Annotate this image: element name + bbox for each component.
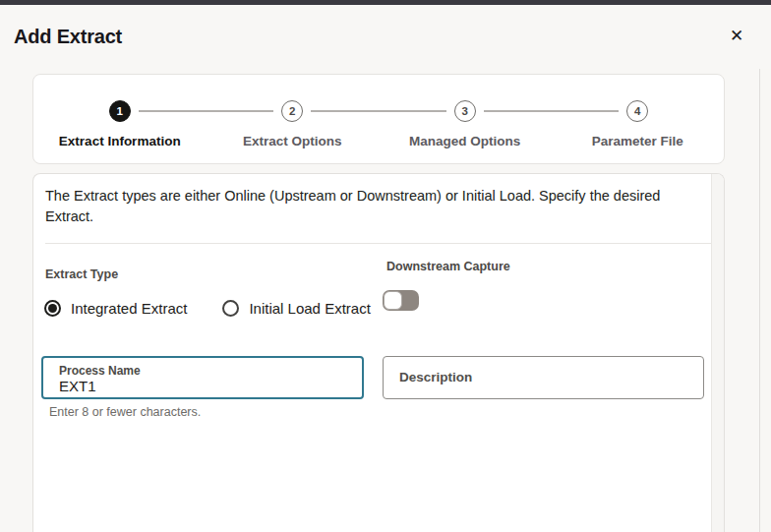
- step-extract-information[interactable]: 1 Extract Information: [33, 75, 207, 163]
- radio-integrated-extract-label: Integrated Extract: [71, 300, 187, 317]
- radio-initial-load-extract-label: Initial Load Extract: [249, 300, 370, 317]
- radio-integrated-extract[interactable]: Integrated Extract: [44, 300, 187, 317]
- close-button[interactable]: ✕: [722, 22, 751, 51]
- downstream-capture-label: Downstream Capture: [383, 260, 716, 273]
- step-2-badge: 2: [281, 100, 303, 122]
- process-name-value: EXT1: [59, 378, 96, 394]
- wizard-content-panel: The Extract types are either Online (Ups…: [32, 173, 725, 532]
- radio-initial-load-extract[interactable]: Initial Load Extract: [222, 300, 370, 317]
- process-name-label: Process Name: [59, 364, 141, 378]
- process-name-helper-text: Enter 8 or fewer characters.: [49, 405, 383, 419]
- close-icon: ✕: [730, 27, 743, 45]
- description-placeholder: Description: [384, 357, 703, 398]
- description-field[interactable]: Description: [383, 356, 704, 399]
- step-managed-options[interactable]: 3 Managed Options: [379, 75, 552, 163]
- scrollbar[interactable]: [711, 174, 724, 532]
- page-title: Add Extract: [14, 26, 122, 48]
- radio-selected-icon: [44, 300, 61, 317]
- intro-text: The Extract types are either Online (Ups…: [45, 186, 690, 227]
- step-4-badge: 4: [626, 100, 648, 122]
- dialog-header: Add Extract ✕: [0, 5, 771, 68]
- downstream-capture-toggle[interactable]: [383, 290, 419, 311]
- wizard-stepper: 1 Extract Information 2 Extract Options …: [32, 74, 725, 164]
- divider: [45, 243, 712, 244]
- page-edge-divider: [759, 69, 771, 532]
- process-name-field[interactable]: Process Name EXT1: [41, 356, 364, 399]
- extract-type-label: Extract Type: [41, 267, 383, 281]
- toggle-thumb-icon: [384, 291, 402, 310]
- step-3-badge: 3: [454, 100, 476, 122]
- step-3-label: Managed Options: [379, 134, 552, 148]
- extract-type-radio-group: Integrated Extract Initial Load Extract: [41, 300, 383, 317]
- step-parameter-file[interactable]: 4 Parameter File: [552, 75, 725, 163]
- radio-unselected-icon: [222, 300, 239, 317]
- step-2-label: Extract Options: [207, 134, 380, 148]
- extract-type-row: Extract Type Integrated Extract Initial …: [41, 260, 716, 317]
- step-1-badge: 1: [109, 100, 131, 122]
- name-description-row: Process Name EXT1 Enter 8 or fewer chara…: [41, 356, 716, 419]
- step-1-label: Extract Information: [33, 134, 207, 148]
- step-4-label: Parameter File: [552, 134, 725, 148]
- step-extract-options[interactable]: 2 Extract Options: [207, 75, 380, 163]
